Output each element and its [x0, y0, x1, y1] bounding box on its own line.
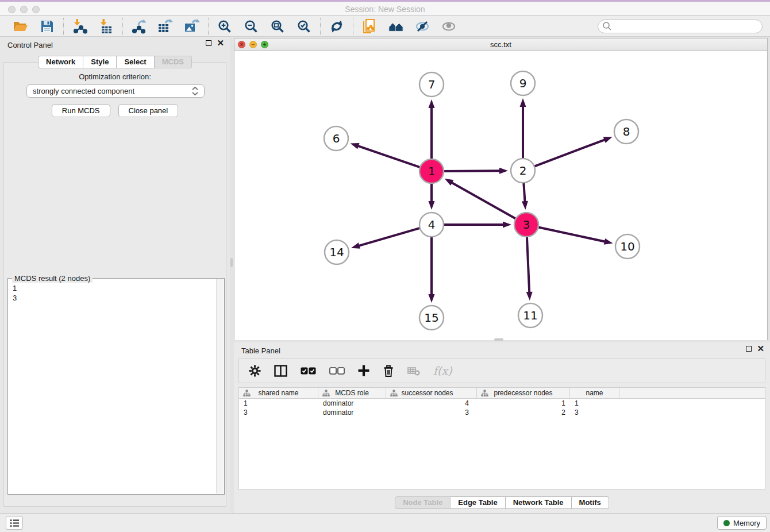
task-history-button[interactable] [6, 516, 23, 530]
tab-node-table[interactable]: Node Table [395, 496, 451, 509]
session-title: Session: New Session [0, 2, 770, 16]
graph-node-7[interactable]: 7 [419, 72, 444, 97]
graph-edge-2-3[interactable] [523, 182, 525, 202]
deselect-all-icon[interactable] [329, 367, 345, 375]
tab-style[interactable]: Style [83, 56, 117, 68]
graph-edge-arrowhead [503, 222, 511, 228]
graph-edge-1-6[interactable] [357, 146, 421, 168]
zoom-in-icon[interactable] [217, 18, 233, 34]
refresh-view-icon[interactable] [329, 18, 345, 34]
svg-text:7: 7 [428, 78, 436, 91]
graph-node-11[interactable]: 11 [518, 303, 542, 327]
network-view-window: × − + scc.txt 1234678910111415 [234, 38, 768, 340]
optimization-criterion-label: Optimization criterion: [4, 72, 226, 81]
graph-edge-2-8[interactable] [533, 140, 606, 167]
graph-node-2[interactable]: 2 [511, 159, 535, 183]
svg-text:4: 4 [428, 218, 436, 232]
graph-node-4[interactable]: 4 [419, 213, 444, 237]
column-header[interactable]: name [570, 388, 619, 398]
table-panel: Table Panel ✕ f(x) [234, 342, 770, 513]
column-header[interactable]: predecessor nodes [477, 388, 570, 398]
tab-edge-table[interactable]: Edge Table [451, 496, 505, 509]
home-layout-icon[interactable] [388, 18, 404, 34]
close-panel-button[interactable]: Close panel [118, 104, 179, 117]
svg-text:3: 3 [523, 218, 530, 232]
graph-edge-1-2[interactable] [442, 171, 500, 171]
graph-node-9[interactable]: 9 [511, 71, 535, 95]
add-column-icon[interactable] [358, 365, 369, 376]
table-row[interactable]: 1 dominator 4 1 1 [239, 399, 765, 408]
control-panel: Control Panel ✕ Network Style Select MCD… [0, 37, 230, 513]
import-network-icon[interactable] [72, 18, 88, 34]
app-titlebar: Session: New Session [0, 0, 770, 16]
graph-edge-3-11[interactable] [527, 236, 529, 293]
mcds-result-box: MCDS result (2 nodes) 1 3 [7, 278, 225, 495]
graph-edge-3-10[interactable] [537, 227, 606, 242]
splitter-handle[interactable] [494, 338, 503, 341]
network-window-titlebar[interactable]: × − + scc.txt [234, 38, 767, 51]
graph-edge-arrowhead [429, 201, 435, 210]
show-panels-icon[interactable] [441, 18, 457, 34]
flow-icon [390, 390, 398, 397]
main-toolbar [0, 16, 770, 37]
open-network-file-icon[interactable] [361, 18, 378, 34]
table-row[interactable]: 3 dominator 3 2 3 [239, 408, 765, 417]
network-graph: 1234678910111415 [234, 51, 767, 340]
graph-node-15[interactable]: 15 [419, 306, 444, 330]
float-panel-icon[interactable] [206, 40, 211, 46]
column-header[interactable]: shared name [239, 388, 318, 398]
graph-node-6[interactable]: 6 [324, 126, 348, 151]
graph-edge-arrowhead [429, 99, 435, 108]
zoom-selected-icon[interactable] [296, 18, 312, 34]
result-scrollbar[interactable] [216, 279, 224, 494]
close-panel-icon[interactable]: ✕ [757, 346, 764, 352]
node-table[interactable]: shared name MCDS role successor nodes pr… [238, 387, 765, 489]
svg-text:1: 1 [428, 164, 436, 178]
graph-edge-arrowhead [351, 242, 360, 249]
graph-node-10[interactable]: 10 [615, 234, 640, 259]
column-header[interactable]: successor nodes [386, 388, 477, 398]
search-icon [602, 21, 612, 31]
export-table-icon[interactable] [157, 18, 174, 34]
run-mcds-button[interactable]: Run MCDS [52, 104, 110, 117]
tab-network-table[interactable]: Network Table [506, 496, 572, 509]
tab-motifs[interactable]: Motifs [572, 496, 609, 509]
delete-column-icon[interactable] [383, 365, 394, 377]
memory-button[interactable]: Memory [717, 516, 767, 530]
tab-network[interactable]: Network [38, 56, 83, 68]
memory-status-icon [723, 520, 730, 526]
splitter-handle[interactable] [230, 258, 233, 267]
select-all-icon[interactable] [301, 367, 316, 375]
table-header-row: shared name MCDS role successor nodes pr… [239, 388, 765, 399]
import-table-icon[interactable] [98, 18, 114, 34]
hide-panels-icon[interactable] [414, 18, 430, 34]
zoom-out-icon[interactable] [243, 18, 259, 34]
export-network-icon[interactable] [131, 18, 147, 34]
graph-edge-arrowhead [520, 98, 526, 107]
open-session-icon[interactable] [13, 18, 29, 34]
flow-icon [481, 390, 488, 397]
graph-node-1[interactable]: 1 [419, 159, 444, 183]
save-session-icon[interactable] [39, 18, 55, 34]
search-input[interactable] [612, 22, 758, 30]
status-bar: Memory [0, 513, 770, 532]
graph-edge-arrowhead [603, 137, 613, 142]
graph-edge-4-14[interactable] [358, 228, 421, 246]
graph-node-8[interactable]: 8 [614, 119, 638, 144]
gear-icon[interactable] [249, 365, 261, 377]
tab-select[interactable]: Select [117, 56, 154, 68]
columns-icon[interactable] [274, 365, 287, 377]
graph-node-3[interactable]: 3 [514, 213, 538, 237]
close-panel-icon[interactable]: ✕ [217, 40, 224, 46]
zoom-fit-icon[interactable] [270, 18, 286, 34]
criterion-select[interactable]: strongly connected component [26, 84, 205, 98]
criterion-value: strongly connected component [33, 87, 134, 95]
network-canvas[interactable]: 1234678910111415 [234, 51, 767, 340]
column-header[interactable]: MCDS role [318, 388, 386, 398]
float-panel-icon[interactable] [746, 346, 752, 352]
tab-mcds[interactable]: MCDS [155, 56, 192, 68]
search-box[interactable] [598, 20, 763, 33]
graph-node-14[interactable]: 14 [325, 240, 349, 264]
graph-edge-3-1[interactable] [451, 182, 517, 219]
export-image-icon[interactable] [184, 18, 200, 34]
